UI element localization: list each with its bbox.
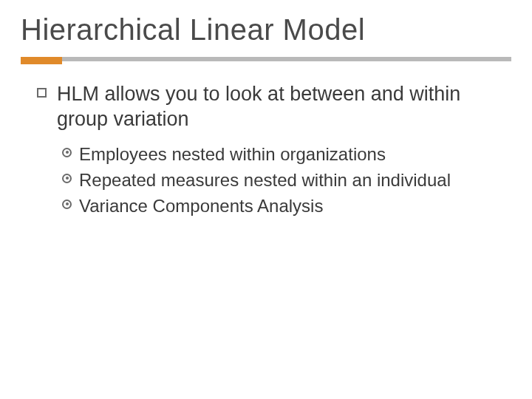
main-point-text: HLM allows you to look at between and wi… xyxy=(57,82,505,132)
target-bullet-icon xyxy=(62,174,72,183)
slide: Hierarchical Linear Model HLM allows you… xyxy=(0,0,532,399)
sub-point-text: Employees nested within organizations xyxy=(79,143,386,166)
rule-accent xyxy=(21,57,62,64)
target-bullet-icon xyxy=(62,148,72,157)
slide-title: Hierarchical Linear Model xyxy=(21,13,511,47)
bullet-level2: Variance Components Analysis xyxy=(62,194,505,217)
target-bullet-icon xyxy=(62,200,72,209)
slide-body: HLM allows you to look at between and wi… xyxy=(21,82,511,217)
bullet-level2: Employees nested within organizations xyxy=(62,143,505,166)
title-rule xyxy=(21,57,511,61)
square-bullet-icon xyxy=(37,88,47,98)
sub-point-text: Repeated measures nested within an indiv… xyxy=(79,168,451,191)
bullet-level1: HLM allows you to look at between and wi… xyxy=(37,82,505,132)
rule-gray xyxy=(21,57,511,61)
bullet-level2: Repeated measures nested within an indiv… xyxy=(62,168,505,191)
sub-point-text: Variance Components Analysis xyxy=(79,194,323,217)
sub-bullet-group: Employees nested within organizations Re… xyxy=(37,143,505,218)
